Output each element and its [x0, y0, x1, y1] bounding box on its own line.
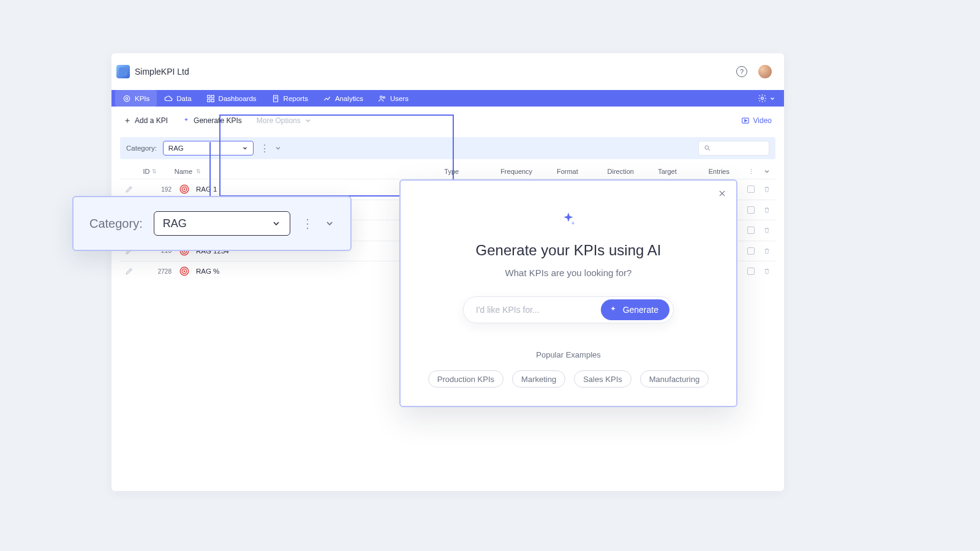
- nav-label: Analytics: [335, 95, 363, 102]
- trash-icon[interactable]: [763, 206, 771, 214]
- example-chip[interactable]: Manufacturing: [640, 370, 709, 388]
- nav-label: Data: [176, 95, 191, 102]
- row-name: RAG 1: [196, 186, 217, 193]
- sparkle-icon: [608, 305, 618, 315]
- row-id: 2728: [145, 268, 179, 275]
- svg-point-0: [124, 96, 129, 101]
- col-name[interactable]: Name: [175, 168, 192, 175]
- filter-kebab-icon[interactable]: ⋮: [260, 143, 268, 154]
- row-checkbox[interactable]: [747, 186, 755, 193]
- sparkle-icon: [183, 117, 190, 124]
- nav-analytics[interactable]: Analytics: [315, 90, 371, 107]
- target-icon: [123, 94, 131, 103]
- generate-button[interactable]: Generate: [601, 299, 669, 320]
- col-id[interactable]: ID: [143, 168, 149, 175]
- chevron-down-icon: [242, 145, 248, 151]
- svg-rect-5: [211, 99, 214, 102]
- sparkle-icon: [560, 211, 576, 227]
- trash-icon[interactable]: [763, 247, 771, 255]
- svg-point-10: [383, 96, 385, 98]
- chevron-down-icon: [271, 219, 281, 228]
- svg-rect-4: [207, 99, 209, 102]
- row-checkbox[interactable]: [747, 247, 755, 255]
- nav-label: KPIs: [135, 95, 149, 102]
- example-chips: Production KPIs Marketing Sales KPIs Man…: [428, 370, 709, 388]
- chevron-down-icon[interactable]: [325, 217, 334, 230]
- sort-icon[interactable]: ⇅: [196, 168, 201, 174]
- edit-icon[interactable]: [125, 185, 134, 193]
- search-input[interactable]: [698, 141, 769, 156]
- col-frequency[interactable]: Frequency: [500, 168, 557, 175]
- video-link[interactable]: Video: [741, 116, 772, 125]
- close-icon[interactable]: [718, 189, 726, 198]
- filter-expand-icon[interactable]: [274, 144, 283, 152]
- filter-bar: Category: RAG ⋮: [120, 137, 775, 159]
- nav-reports[interactable]: Reports: [264, 90, 315, 107]
- settings-icon[interactable]: [758, 94, 767, 103]
- category-callout: Category: RAG ⋮: [72, 196, 352, 251]
- trash-icon[interactable]: [763, 268, 771, 275]
- col-type[interactable]: Type: [444, 168, 500, 175]
- kpi-target-icon: [179, 184, 190, 195]
- kpi-target-icon: [179, 266, 190, 277]
- ai-generate-modal: Generate your KPIs using AI What KPIs ar…: [399, 179, 737, 407]
- edit-icon[interactable]: [125, 267, 134, 276]
- top-bar: SimpleKPI Ltd ?: [111, 53, 784, 90]
- generate-kpis-label: Generate KPIs: [194, 116, 242, 125]
- nav-dashboards[interactable]: Dashboards: [199, 90, 264, 107]
- col-direction[interactable]: Direction: [608, 168, 658, 175]
- add-kpi-button[interactable]: Add a KPI: [124, 116, 168, 125]
- row-checkbox[interactable]: [747, 227, 755, 234]
- svg-point-1: [126, 97, 128, 100]
- sort-icon[interactable]: ⇅: [152, 168, 157, 174]
- category-label: Category:: [126, 144, 157, 152]
- category-select[interactable]: RAG: [163, 141, 254, 156]
- nav-users[interactable]: Users: [371, 90, 416, 107]
- chart-icon: [323, 94, 331, 103]
- cloud-icon: [164, 94, 173, 103]
- ai-modal-title: Generate your KPIs using AI: [476, 242, 662, 259]
- chevron-down-icon[interactable]: [769, 96, 775, 102]
- row-checkbox[interactable]: [747, 268, 755, 275]
- table-header: ID⇅ Name⇅ Type Frequency Format Directio…: [120, 164, 775, 179]
- category-value: RAG: [168, 144, 184, 152]
- generate-kpis-button[interactable]: Generate KPIs: [183, 116, 242, 125]
- search-icon: [704, 144, 711, 152]
- brand: SimpleKPI Ltd: [116, 65, 189, 78]
- svg-line-17: [709, 149, 710, 151]
- more-options-button[interactable]: More Options: [257, 116, 312, 125]
- popular-examples-label: Popular Examples: [536, 350, 601, 359]
- svg-point-16: [705, 146, 709, 149]
- col-format[interactable]: Format: [557, 168, 608, 175]
- nav-label: Dashboards: [219, 95, 257, 102]
- chevron-down-icon[interactable]: [763, 168, 771, 175]
- col-entries[interactable]: Entries: [709, 168, 748, 175]
- category-callout-kebab-icon[interactable]: ⋮: [301, 216, 314, 231]
- header-kebab-icon[interactable]: ⋮: [748, 168, 755, 176]
- help-icon[interactable]: ?: [736, 66, 747, 77]
- nav-label: Reports: [284, 95, 308, 102]
- trash-icon[interactable]: [763, 186, 771, 193]
- trash-icon[interactable]: [763, 227, 771, 234]
- example-chip[interactable]: Sales KPIs: [574, 370, 631, 388]
- nav-data[interactable]: Data: [157, 90, 198, 107]
- ai-input-wrap: Generate: [463, 296, 674, 323]
- svg-point-11: [761, 97, 764, 100]
- user-avatar[interactable]: [758, 65, 772, 78]
- col-target[interactable]: Target: [658, 168, 709, 175]
- nav-kpis[interactable]: KPIs: [115, 90, 157, 107]
- svg-rect-2: [207, 95, 209, 97]
- category-callout-label: Category:: [89, 217, 143, 231]
- document-icon: [271, 94, 280, 103]
- generate-button-label: Generate: [623, 305, 658, 315]
- nav-label: Users: [390, 95, 409, 102]
- video-label: Video: [753, 116, 772, 125]
- row-id: 192: [145, 186, 179, 193]
- example-chip[interactable]: Production KPIs: [428, 370, 503, 388]
- row-checkbox[interactable]: [747, 206, 755, 214]
- category-callout-select[interactable]: RAG: [154, 211, 290, 236]
- grid-icon: [206, 94, 215, 103]
- example-chip[interactable]: Marketing: [512, 370, 565, 388]
- ai-prompt-input[interactable]: [476, 305, 595, 315]
- users-icon: [378, 94, 386, 103]
